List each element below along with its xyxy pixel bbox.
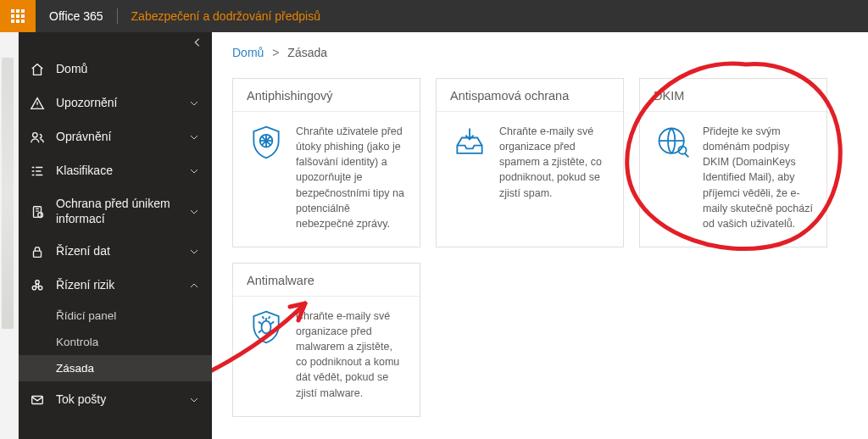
brand-link[interactable]: Office 365 (36, 9, 117, 23)
classification-icon (29, 163, 46, 180)
sidebar-item-dlp[interactable]: Ochrana před únikem informací (19, 188, 212, 235)
sidebar-item-label: Tok pošty (56, 392, 188, 408)
card-title: Antispamová ochrana (437, 79, 623, 111)
sidebar-item-label: Řízení dat (56, 244, 188, 259)
sidebar-item-label: Klasifikace (56, 164, 188, 179)
waffle-icon (11, 9, 25, 23)
inbox-download-icon (450, 124, 489, 201)
breadcrumb-separator: > (267, 46, 284, 59)
chevron-up-icon (188, 281, 200, 291)
globe-key-icon (654, 124, 693, 231)
chevron-down-icon (188, 395, 200, 405)
sidebar-item-label: Ochrana před únikem informací (56, 197, 188, 226)
sidebar-item-classification[interactable]: Klasifikace (19, 154, 212, 188)
home-icon (29, 61, 46, 78)
svg-point-12 (262, 321, 271, 334)
main-content[interactable]: Domů > Zásada Antiphishingový Chraňte už… (212, 32, 868, 439)
sidebar-item-label: Řízení rizik (56, 278, 188, 293)
sidebar-nav: Domů Upozornění Oprávnění Klasifikace (19, 53, 212, 439)
chevron-down-icon (188, 207, 200, 217)
svg-point-5 (36, 281, 39, 284)
body: Domů Upozornění Oprávnění Klasifikace (0, 32, 868, 439)
sidebar-item-alerts[interactable]: Upozornění (19, 86, 212, 120)
card-antimalware[interactable]: Antimalware Chraňte e-maily své organiza… (232, 263, 420, 417)
main: Domů > Zásada Antiphishingový Chraňte už… (212, 32, 868, 439)
card-description: Chraňte e-maily své organizace před malw… (296, 308, 406, 401)
svg-point-2 (38, 212, 43, 217)
sidebar-item-data-governance[interactable]: Řízení dat (19, 235, 212, 269)
left-gutter (0, 32, 19, 439)
svg-point-6 (32, 286, 36, 290)
card-title: DKIM (640, 79, 826, 111)
chevron-down-icon (188, 98, 200, 108)
breadcrumb-home-link[interactable]: Domů (232, 46, 264, 59)
chevron-down-icon (188, 132, 200, 142)
card-dkim[interactable]: DKIM Přidejte ke svým doménám podpisy DK… (639, 78, 827, 247)
dlp-icon (29, 203, 46, 220)
lock-icon (29, 243, 46, 260)
sidebar-collapse-button[interactable] (19, 32, 212, 53)
svg-point-0 (33, 133, 37, 137)
breadcrumb-current: Zásada (287, 46, 327, 59)
chevron-down-icon (188, 166, 200, 176)
svg-rect-8 (32, 397, 43, 404)
sidebar-item-label: Upozornění (56, 96, 188, 111)
topbar: Office 365 Zabezpečení a dodržování před… (0, 0, 868, 32)
card-title: Antimalware (233, 264, 420, 296)
permissions-icon (29, 129, 46, 146)
sidebar-item-label: Oprávnění (56, 130, 188, 145)
chevron-down-icon (188, 247, 200, 257)
card-grid: Antiphishingový Chraňte uživatele před ú… (232, 78, 848, 417)
chevron-left-icon (192, 36, 203, 48)
sidebar-item-home[interactable]: Domů (19, 53, 212, 86)
card-description: Chraňte uživatele před útoky phishing (j… (296, 124, 406, 231)
svg-rect-1 (34, 206, 42, 217)
svg-rect-3 (34, 251, 42, 257)
mail-icon (29, 392, 46, 408)
card-antiphishing[interactable]: Antiphishingový Chraňte uživatele před ú… (232, 78, 420, 247)
card-title: Antiphishingový (233, 79, 420, 111)
biohazard-icon (29, 277, 46, 294)
sidebar-subitem-dashboard[interactable]: Řídicí panel (19, 303, 212, 329)
sidebar: Domů Upozornění Oprávnění Klasifikace (19, 32, 212, 439)
sidebar-subitem-policy[interactable]: Zásada (19, 355, 212, 381)
card-description: Chraňte e-maily své organizace před spam… (499, 124, 609, 201)
shield-wheel-icon (247, 124, 286, 231)
sidebar-subitem-review[interactable]: Kontrola (19, 329, 212, 355)
shield-bug-icon (247, 308, 286, 401)
product-title: Zabezpečení a dodržování předpisů (118, 9, 334, 23)
alert-icon (29, 95, 46, 112)
svg-point-7 (38, 286, 42, 290)
app-root: Office 365 Zabezpečení a dodržování před… (0, 0, 868, 439)
breadcrumb: Domů > Zásada (232, 46, 848, 59)
sidebar-item-threat-management[interactable]: Řízení rizik (19, 269, 212, 303)
card-description: Přidejte ke svým doménám podpisy DKIM (D… (703, 124, 813, 231)
sidebar-item-permissions[interactable]: Oprávnění (19, 120, 212, 154)
sidebar-item-mail-flow[interactable]: Tok pošty (19, 383, 212, 417)
card-antispam[interactable]: Antispamová ochrana Chraňte e-maily své … (436, 78, 624, 247)
app-launcher-button[interactable] (0, 0, 36, 32)
sidebar-item-label: Domů (56, 62, 200, 77)
